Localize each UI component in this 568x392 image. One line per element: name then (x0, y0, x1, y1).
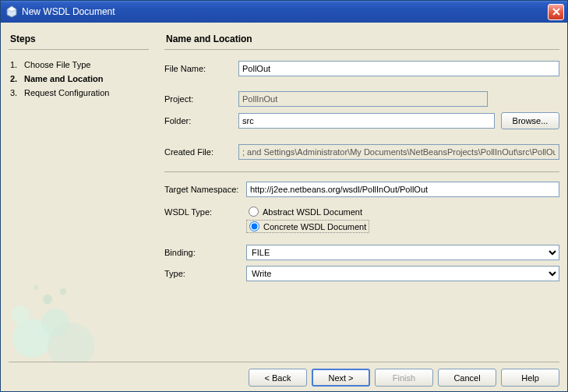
svg-point-2 (12, 319, 51, 358)
wsdltype-abstract-option[interactable]: Abstract WSDL Document (246, 206, 369, 217)
svg-point-4 (11, 305, 30, 324)
folder-input[interactable] (238, 113, 495, 129)
next-button[interactable]: Next > (312, 369, 370, 387)
step-item: 1.Choose File Type (9, 58, 149, 72)
targetns-label: Target Namespace: (164, 185, 246, 194)
step-item-current: 2.Name and Location (9, 72, 149, 86)
close-button[interactable] (548, 4, 564, 20)
finish-button[interactable]: Finish (375, 369, 433, 387)
project-input (238, 91, 488, 107)
titlebar[interactable]: New WSDL Document (1, 1, 567, 23)
svg-point-6 (43, 295, 52, 304)
binding-select[interactable]: FILE (246, 245, 559, 260)
decorative-bubbles (9, 268, 149, 362)
createdfile-input (238, 144, 559, 160)
svg-point-7 (60, 288, 66, 295)
window-title: New WSDL Document (22, 6, 548, 17)
filename-label: File Name: (164, 64, 238, 73)
targetns-input[interactable] (246, 182, 559, 197)
main-heading: Name and Location (164, 30, 559, 50)
wsdltype-concrete-option[interactable]: Concrete WSDL Document (246, 220, 369, 233)
wizard-body: Steps 1.Choose File Type 2.Name and Loca… (1, 23, 567, 391)
wsdltype-abstract-radio[interactable] (249, 207, 259, 217)
divider (164, 171, 559, 172)
step-item: 3.Request Configuration (9, 86, 149, 100)
folder-label: Folder: (164, 116, 238, 125)
filename-input[interactable] (238, 61, 559, 76)
steps-list: 1.Choose File Type 2.Name and Location 3… (9, 58, 149, 100)
svg-point-8 (34, 285, 38, 290)
type-label: Type: (164, 269, 246, 278)
steps-sidebar: Steps 1.Choose File Type 2.Name and Loca… (9, 30, 157, 362)
wsdltype-radio-group: Abstract WSDL Document Concrete WSDL Doc… (246, 206, 369, 233)
svg-point-5 (48, 323, 94, 362)
browse-button[interactable]: Browse... (501, 112, 559, 129)
type-select[interactable]: Write (246, 266, 559, 281)
help-button[interactable]: Help (501, 369, 559, 387)
wsdltype-concrete-radio[interactable] (249, 221, 259, 231)
app-icon (5, 5, 18, 18)
steps-heading: Steps (9, 30, 149, 50)
wsdltype-label: WSDL Type: (164, 206, 246, 217)
svg-point-3 (41, 309, 69, 337)
wizard-window: New WSDL Document Steps 1.Choose File Ty… (0, 0, 568, 392)
wizard-footer: < Back Next > Finish Cancel Help (9, 362, 559, 387)
project-label: Project: (164, 94, 238, 104)
cancel-button[interactable]: Cancel (438, 369, 496, 387)
main-panel: Name and Location File Name: Project: Fo… (157, 30, 559, 362)
back-button[interactable]: < Back (249, 369, 307, 387)
binding-label: Binding: (164, 248, 246, 257)
createdfile-label: Created File: (164, 147, 238, 157)
